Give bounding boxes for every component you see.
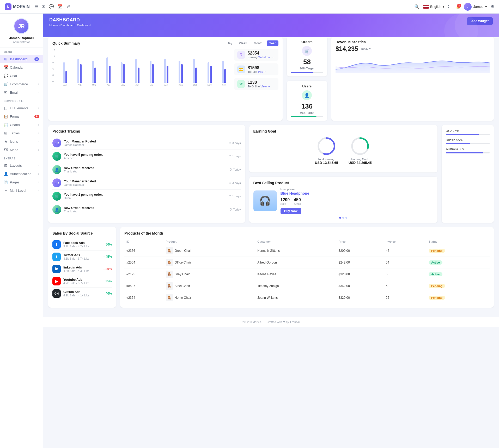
list-item: f Facebook Ads 3.2k Sale - 4.2k Like ↑ 5…	[52, 238, 112, 251]
status-badge: Active	[429, 272, 442, 276]
time-filters: Day Week Month Year	[224, 40, 278, 46]
col-status: Status	[427, 238, 490, 245]
region-label: Australia 85%	[446, 147, 490, 151]
cell-product: 🪑Steel Chair	[164, 280, 255, 292]
filter-year-button[interactable]: Year	[267, 40, 278, 46]
bar-month-label: Jan	[58, 84, 72, 86]
quick-summary-title: Quick Summary	[52, 41, 80, 45]
language-selector[interactable]: English ▾	[423, 5, 445, 9]
sidebar-item-forms[interactable]: 📋 Forms 6	[0, 112, 43, 121]
logo[interactable]: N MORVIN	[5, 3, 30, 10]
notifications-button[interactable]: 🔔 3	[456, 5, 460, 9]
sidebar-item-multilevel[interactable]: ≡ Multi Level ›	[0, 186, 43, 195]
search-icon[interactable]: 🔍	[414, 4, 419, 9]
user-menu[interactable]: J James ▾	[464, 3, 487, 11]
fullscreen-icon[interactable]: ⛶	[448, 4, 452, 9]
cell-product: 🪑Home Chair	[164, 292, 255, 304]
sidebar-item-maps[interactable]: 🗺 Maps ›	[0, 146, 43, 154]
chart-stats: ₹ $2354 Earning Withdraw → 💳 $1598	[234, 49, 278, 90]
product-dot[interactable]	[339, 217, 341, 219]
forms-icon: 📋	[4, 114, 8, 118]
avatar: 👤	[52, 165, 61, 174]
users-card: Users 👤 136 80% Target	[287, 81, 327, 121]
earning-icon: ₹	[237, 51, 245, 59]
sidebar-item-label: Calendar	[10, 65, 39, 69]
paid-link[interactable]: Pay →	[258, 70, 267, 73]
best-selling-body: 🎧 Headphone Blue Headphone 1200 Sold	[253, 188, 434, 214]
sold-stat: 1200 Sold	[281, 198, 290, 205]
bar-month-label: Mar	[87, 84, 101, 86]
chat-bubble-icon[interactable]: 💬	[49, 4, 54, 9]
footer-crafted: Crafted with ❤ by 17sucai	[267, 320, 300, 324]
cell-status: Pending	[427, 292, 490, 304]
sidebar-user-name: James Raphael	[3, 36, 40, 40]
ss-percent: ↑ 35%	[103, 279, 112, 283]
table-row: #2564 🪑Office Chair Alfred Gordon $242.0…	[124, 257, 490, 268]
status-badge: Active	[429, 260, 442, 265]
bar-dark	[65, 71, 67, 83]
online-link[interactable]: View →	[260, 85, 270, 88]
stat-row-paid: 💳 $1598 To Paid Pay →	[234, 63, 278, 75]
status-badge: Pending	[429, 249, 445, 253]
mail-icon[interactable]: ✉	[42, 4, 45, 9]
sidebar-user-role: Administrator	[3, 40, 40, 44]
stat-row-earning: ₹ $2354 Earning Withdraw →	[234, 49, 278, 61]
sidebar-item-tables[interactable]: ⊞ Tables ›	[0, 129, 43, 137]
users-title: Users	[291, 84, 323, 88]
print-icon[interactable]: 🖨	[66, 4, 71, 9]
sidebar-item-dashboard[interactable]: ⊞ Dashboard 3	[0, 55, 43, 63]
sidebar-item-chat[interactable]: 💬 Chat	[0, 71, 43, 80]
chevron-right-icon: ›	[38, 172, 39, 175]
auth-icon: 👤	[4, 172, 8, 176]
buy-now-button[interactable]: Buy Now	[281, 208, 301, 214]
sidebar-item-email[interactable]: ✉ Email ›	[0, 88, 43, 97]
orders-target: 70% Target	[291, 67, 323, 70]
bar-dark	[210, 66, 212, 83]
sidebar-item-charts[interactable]: 📊 Charts ›	[0, 121, 43, 129]
user-name: James	[473, 5, 483, 9]
sidebar-item-ecommerce[interactable]: 🛒 Ecommerce ›	[0, 80, 43, 88]
product-dot[interactable]	[342, 217, 344, 219]
chat-nav-icon: 💬	[4, 74, 8, 78]
list-item: 👤 New Order Received Thank You ⏱ Today	[52, 203, 241, 216]
sidebar-item-ui-elements[interactable]: ◫ UI Elements ›	[0, 104, 43, 112]
product-category: Headphone	[281, 188, 434, 191]
avatar: JR	[52, 139, 61, 147]
filter-week-button[interactable]: Week	[236, 40, 250, 46]
ss-percent: ↑ 40%	[103, 292, 112, 295]
chevron-right-icon: ›	[38, 83, 39, 86]
revenue-filter[interactable]: Today ▾	[361, 47, 371, 51]
stat-info: 1230 To Online View →	[248, 80, 270, 88]
paid-icon: 💳	[237, 65, 245, 73]
sidebar-item-layouts[interactable]: ⊡ Layouts ›	[0, 161, 43, 170]
sidebar-item-calendar[interactable]: 📆 Calendar	[0, 63, 43, 71]
chevron-right-icon: ›	[38, 181, 39, 184]
orders-users-cards: Orders 🛒 58 70% Target Users 👤 136 80% T…	[287, 36, 327, 121]
table-row: #8587 🪑Steel Chair Timothy Zuniga $342.0…	[124, 280, 490, 292]
chevron-right-icon: ›	[38, 148, 39, 151]
cell-invoice: 65	[384, 268, 427, 280]
cell-status: Active	[427, 268, 490, 280]
item-time: ⏱ 3 days	[229, 141, 241, 145]
sidebar-item-authentication[interactable]: 👤 Authentication ›	[0, 170, 43, 178]
ss-info: Youtube Ads 4.2k Sale - 3.7k Like	[63, 278, 101, 285]
sidebar-item-pages[interactable]: 📄 Pages ›	[0, 178, 43, 186]
cell-product: 🪑Gray Chair	[164, 268, 255, 280]
cell-price: $342.00	[336, 280, 384, 292]
orders-progress-fill	[291, 72, 313, 73]
pages-icon: 📄	[4, 180, 8, 184]
earning-link[interactable]: Withdraw →	[258, 56, 274, 59]
components-section-title: COMPONENTS	[0, 97, 43, 104]
cell-invoice: 54	[384, 257, 427, 268]
region-item-australia: Australia 85%	[446, 147, 490, 153]
sidebar-item-icons[interactable]: ★ Icons ›	[0, 137, 43, 146]
calendar-icon[interactable]: 📅	[58, 4, 63, 9]
filter-month-button[interactable]: Month	[251, 40, 265, 46]
total-earning-label: Total Earning:	[315, 158, 338, 161]
menu-icon[interactable]: ☰	[34, 4, 38, 9]
product-dot[interactable]	[345, 217, 347, 219]
gear-icon[interactable]: ⚙	[491, 4, 494, 9]
github-icon: GH	[52, 289, 61, 298]
bar-group	[159, 49, 173, 83]
filter-day-button[interactable]: Day	[224, 40, 235, 46]
